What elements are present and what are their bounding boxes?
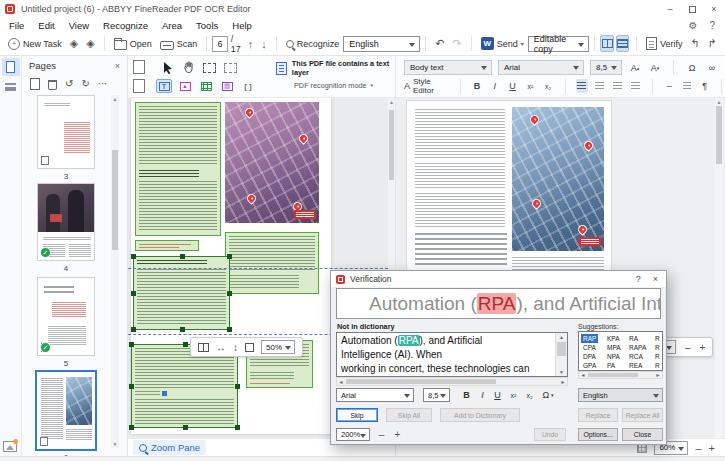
picture-area-tool[interactable]: ▴	[177, 79, 193, 93]
adjust-area-icon[interactable]	[224, 63, 237, 73]
help-icon[interactable]: ?	[709, 20, 715, 31]
layout-options-icon[interactable]	[198, 343, 209, 352]
image-assistant-icon[interactable]	[3, 441, 17, 452]
open-button[interactable]: Open	[110, 34, 156, 54]
previous-page-icon[interactable]: ↑	[244, 34, 258, 54]
suggestion-item[interactable]: RAPA	[629, 343, 646, 352]
pages-scroll-thumb[interactable]	[112, 150, 118, 250]
zoom-in-icon[interactable]: +	[700, 342, 706, 353]
menu-help[interactable]: Help	[225, 20, 259, 31]
delete-page-icon[interactable]	[48, 80, 57, 90]
fit-page-icon[interactable]	[245, 343, 254, 352]
editor-hscrollbar[interactable]: ◄ ►	[336, 377, 568, 386]
align-left-icon[interactable]	[576, 79, 589, 93]
subscript-icon[interactable]: x₂	[542, 79, 555, 93]
decrease-font-icon[interactable]: A▾	[648, 61, 662, 75]
suggestion-item[interactable]: REA	[629, 361, 642, 370]
thumbnail-page-5[interactable]: ✓	[37, 277, 95, 356]
caption-area-block[interactable]	[135, 240, 199, 251]
pdf-recognition-mode-link[interactable]: PDF recognition mode	[294, 81, 367, 90]
text-view-toggle[interactable]	[616, 35, 629, 52]
skip-button[interactable]: Skip	[336, 408, 378, 422]
menu-edit[interactable]: Edit	[31, 20, 61, 31]
close-icon[interactable]: ×	[703, 0, 725, 18]
rotate-left-icon[interactable]: ↺	[65, 79, 73, 89]
suggestion-item[interactable]: MPA	[607, 343, 621, 352]
thumbnail-page-3[interactable]	[37, 95, 95, 169]
font-select[interactable]: Arial	[498, 60, 584, 75]
page-number-input[interactable]: 6	[212, 36, 227, 52]
dialog-close-icon[interactable]: ×	[653, 274, 658, 284]
align-right-icon[interactable]	[611, 79, 624, 93]
undo-icon[interactable]: ↶	[431, 34, 448, 54]
recognize-button[interactable]: Recognize	[282, 34, 344, 54]
minimize-icon[interactable]: –	[659, 0, 681, 18]
fit-height-icon[interactable]: ↕	[233, 342, 238, 353]
dialog-zoom-in-icon[interactable]: +	[391, 428, 404, 441]
dialog-bold-icon[interactable]: B	[459, 388, 474, 402]
status-zoom-out-icon[interactable]: –	[695, 442, 701, 454]
dialog-underline-icon[interactable]: U	[490, 388, 505, 402]
export-pages-icon[interactable]: ◈	[66, 34, 82, 54]
symbol-icon[interactable]: Ω	[685, 61, 699, 75]
replace-all-button[interactable]: Replace All	[622, 408, 663, 422]
export-format-select[interactable]: Editable copy	[528, 36, 590, 52]
text-area-tool[interactable]: T	[156, 79, 172, 93]
table-area-tool[interactable]	[198, 79, 214, 93]
menu-view[interactable]: View	[62, 20, 96, 31]
pages-scrollbar[interactable]: ▲ ▼	[111, 95, 119, 448]
replace-button[interactable]: Replace	[578, 408, 618, 422]
dialog-language-select[interactable]: English	[578, 388, 663, 402]
line-spacing-icon[interactable]: –	[663, 79, 676, 93]
list-panel-tab[interactable]	[2, 78, 20, 96]
superscript-icon[interactable]: x²	[524, 79, 537, 93]
scan-button[interactable]: Scan	[156, 34, 202, 54]
editor-view-toggle[interactable]	[600, 35, 613, 52]
page-layout-icon[interactable]	[133, 60, 145, 74]
italic-icon[interactable]: I	[488, 79, 501, 93]
dialog-font-select[interactable]: Arial	[336, 388, 414, 402]
pages-panel-tab[interactable]	[2, 58, 20, 76]
canvas-scroll-thumb[interactable]	[389, 110, 394, 180]
undo-button[interactable]: Undo	[534, 428, 566, 441]
next-error-icon[interactable]: ↱	[704, 34, 721, 54]
ocr-language-select[interactable]: English	[343, 36, 420, 52]
style-editor-button[interactable]: A Style Editor	[404, 79, 450, 93]
add-page-icon[interactable]	[30, 78, 40, 90]
suggestion-item[interactable]: CPA	[583, 343, 596, 352]
recognition-area-tool[interactable]: [ ]	[240, 79, 256, 93]
send-to-word-button[interactable]: W Send ▾	[477, 34, 528, 54]
dialog-symbol-icon[interactable]: Ω▾	[538, 388, 558, 402]
list-icon[interactable]	[681, 79, 694, 93]
page-copy-icon[interactable]	[133, 79, 145, 93]
suggestion-item[interactable]: RA	[629, 334, 638, 343]
suggestion-item[interactable]: RAP	[581, 334, 598, 343]
thumbnail-page-4[interactable]: ✓	[37, 183, 95, 261]
suggestion-item[interactable]: R	[655, 343, 660, 352]
thumbnail-page-6-selected[interactable]	[35, 370, 97, 451]
suggestions-hscrollbar[interactable]: ◄ ►	[578, 371, 663, 379]
suggestion-item[interactable]: R	[655, 334, 660, 343]
background-picture-area-tool[interactable]: ▥	[219, 79, 235, 93]
verification-text-editor[interactable]: Automation (RPA), and Artificial Intelli…	[336, 332, 568, 377]
dialog-italic-icon[interactable]: I	[475, 388, 490, 402]
text-area-block[interactable]	[135, 102, 221, 236]
align-center-icon[interactable]	[593, 79, 606, 93]
dialog-help-icon[interactable]: ?	[636, 274, 641, 284]
underline-icon[interactable]: U	[506, 79, 519, 93]
editor-vscrollbar[interactable]: ▲ ▼	[555, 333, 567, 376]
suggestion-item[interactable]: GPA	[583, 361, 596, 370]
import-pages-icon[interactable]: ◈	[82, 34, 98, 54]
text-area-block[interactable]	[225, 232, 319, 294]
dialog-zoom-select[interactable]: 200%	[336, 428, 370, 441]
zoom-out-icon[interactable]: –	[685, 342, 691, 353]
status-zoom-in-icon[interactable]: +	[709, 442, 715, 454]
more-icon[interactable]: ⋯	[98, 79, 108, 89]
suggestion-item[interactable]: R	[655, 361, 660, 370]
pages-close-icon[interactable]: ×	[115, 61, 120, 71]
suggestion-item[interactable]: R	[655, 352, 660, 361]
hand-icon[interactable]	[182, 61, 195, 74]
select-area-icon[interactable]	[203, 63, 216, 73]
paragraph-mark-icon[interactable]: ¶	[698, 79, 711, 93]
gear-icon[interactable]: ⚙	[688, 20, 697, 31]
